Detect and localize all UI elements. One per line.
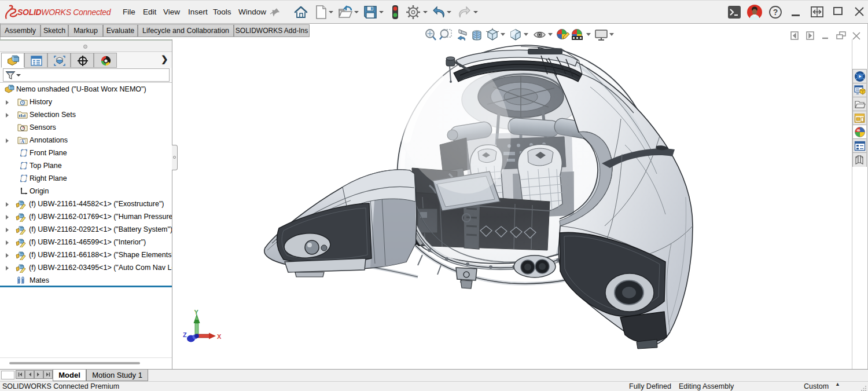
svg-text:Y: Y bbox=[194, 309, 199, 316]
svg-text:Z: Z bbox=[183, 331, 187, 338]
svg-text:A: A bbox=[21, 139, 24, 144]
svg-text:?: ? bbox=[773, 8, 778, 17]
svg-text:X: X bbox=[217, 333, 222, 340]
